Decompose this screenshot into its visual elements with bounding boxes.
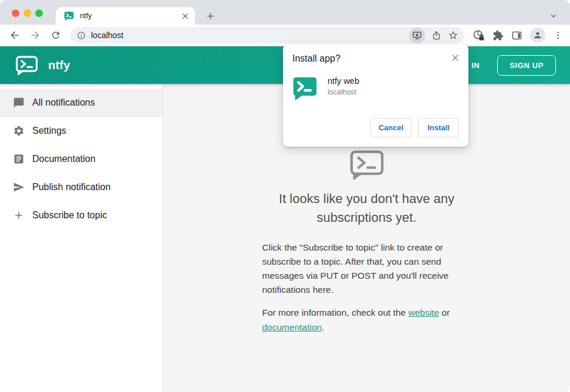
- sidebar-item-label: Publish notification: [32, 182, 110, 192]
- share-icon[interactable]: [431, 31, 441, 40]
- sidebar-item-publish-notification[interactable]: Publish notification: [0, 173, 163, 201]
- browser-window: ntfy: [0, 0, 570, 392]
- extensions-puzzle-icon[interactable]: [493, 30, 504, 41]
- toolbar-extensions-area: [473, 28, 563, 43]
- browser-menu-icon[interactable]: [553, 31, 563, 40]
- bookmark-star-icon[interactable]: [448, 30, 458, 40]
- plus-icon: [13, 209, 25, 221]
- empty-state-body: Click the "Subscribe to topic" link to c…: [262, 241, 471, 298]
- sidebar-item-all-notifications[interactable]: All notifications: [0, 89, 163, 117]
- dialog-title: Install app?: [292, 53, 459, 64]
- gear-icon: [13, 125, 25, 137]
- url-text: localhost: [91, 31, 404, 40]
- brand-title: ntfy: [48, 59, 70, 72]
- new-tab-button[interactable]: [203, 8, 218, 23]
- website-link[interactable]: website: [408, 307, 439, 317]
- article-icon: [13, 153, 25, 165]
- sidebar-item-label: All notifications: [32, 97, 95, 108]
- reload-icon[interactable]: [50, 29, 62, 41]
- install-app-dialog: Install app? ntfy web localhost Cancel: [283, 45, 468, 147]
- sidebar-item-settings[interactable]: Settings: [0, 117, 163, 145]
- ntfy-terminal-icon-large: [349, 149, 385, 181]
- sidebar-item-label: Settings: [32, 126, 66, 136]
- dialog-app-origin: localhost: [328, 88, 359, 96]
- close-window-button[interactable]: [12, 9, 19, 17]
- empty-state-heading: It looks like you don't have any subscri…: [249, 190, 484, 227]
- dialog-app-name: ntfy web: [328, 76, 359, 86]
- documentation-link[interactable]: documentation: [262, 322, 322, 332]
- dialog-app-row: ntfy web localhost: [292, 76, 459, 101]
- privacy-extension-icon[interactable]: [473, 29, 485, 42]
- forward-icon[interactable]: [29, 29, 41, 41]
- minimize-window-button[interactable]: [23, 9, 31, 17]
- install-button[interactable]: Install: [418, 118, 459, 137]
- sidebar-item-label: Documentation: [32, 154, 96, 164]
- send-icon: [13, 181, 25, 193]
- info-text-prefix: For more information, check out the: [262, 307, 409, 317]
- more-info-paragraph: For more information, check out the webs…: [262, 306, 471, 334]
- side-panel-icon[interactable]: [511, 30, 522, 41]
- sidebar-item-label: Subscribe to topic: [32, 210, 107, 221]
- sidebar: All notifications Settings Documentation: [0, 84, 163, 392]
- profile-avatar[interactable]: [530, 28, 545, 43]
- cancel-button[interactable]: Cancel: [370, 118, 412, 137]
- zoom-window-button[interactable]: [35, 9, 43, 17]
- chat-bubble-icon: [13, 97, 25, 109]
- site-info-icon[interactable]: [77, 31, 86, 40]
- browser-toolbar: localhost: [0, 25, 570, 46]
- tab-search-chevron-icon[interactable]: [547, 9, 561, 23]
- info-text-middle: or: [439, 307, 450, 317]
- dialog-app-meta: ntfy web localhost: [328, 76, 359, 96]
- info-text-suffix: .: [322, 322, 324, 332]
- sidebar-item-documentation[interactable]: Documentation: [0, 145, 163, 173]
- tab-title: ntfy: [80, 12, 181, 20]
- tab-strip: ntfy: [0, 0, 570, 25]
- sidebar-item-subscribe-to-topic[interactable]: Subscribe to topic: [0, 201, 163, 229]
- dialog-close-icon[interactable]: [449, 52, 461, 63]
- window-controls: [12, 9, 43, 17]
- sign-up-button[interactable]: SIGN UP: [497, 55, 556, 76]
- tab-ntfy[interactable]: ntfy: [56, 7, 195, 25]
- dialog-actions: Cancel Install: [292, 118, 459, 137]
- address-bar[interactable]: localhost: [70, 27, 464, 43]
- ntfy-app-icon: [292, 76, 318, 101]
- ntfy-logo-icon[interactable]: [14, 55, 39, 76]
- install-app-icon[interactable]: [409, 28, 425, 43]
- tab-close-icon[interactable]: [181, 12, 189, 20]
- ntfy-favicon: [64, 11, 74, 21]
- back-icon[interactable]: [9, 29, 21, 41]
